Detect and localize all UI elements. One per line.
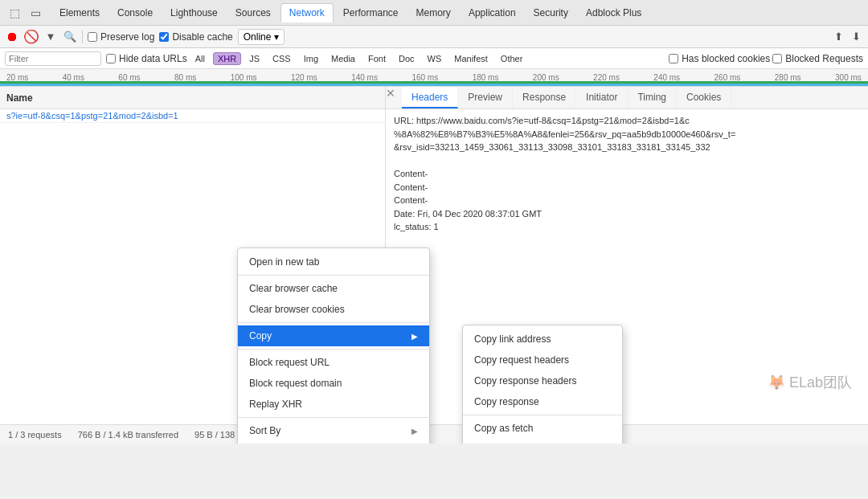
tab-network[interactable]: Network bbox=[280, 3, 334, 22]
timeline-blue-bar bbox=[0, 84, 868, 86]
filter-tag-doc[interactable]: Doc bbox=[394, 52, 420, 65]
url-line-3: &rsv_isid=33213_1459_33061_33113_33098_3… bbox=[394, 141, 860, 154]
timeline-label-140: 140 ms bbox=[351, 73, 378, 82]
submenu-copy-req-headers[interactable]: Copy request headers bbox=[463, 350, 622, 370]
filter-tag-img[interactable]: Img bbox=[299, 52, 323, 65]
throttle-dropdown[interactable]: Online ▾ bbox=[238, 29, 285, 45]
tab-memory[interactable]: Memory bbox=[408, 4, 459, 22]
tab-initiator[interactable]: Initiator bbox=[576, 87, 628, 108]
filter-type-tags: Hide data URLs All XHR JS CSS Img Media … bbox=[106, 52, 527, 65]
request-url: s?ie=utf-8&csq=1&pstg=21&mod=2&isbd=1 bbox=[6, 111, 178, 121]
menu-clear-cookies[interactable]: Clear browser cookies bbox=[238, 299, 429, 320]
submenu-copy-req-headers-label: Copy request headers bbox=[474, 354, 569, 366]
status-line: lc_status: 1 bbox=[394, 220, 860, 234]
submenu-copy-resp-headers[interactable]: Copy response headers bbox=[463, 370, 622, 391]
filter-icon[interactable]: ▼ bbox=[43, 30, 58, 44]
timeline-label-40: 40 ms bbox=[63, 73, 84, 82]
menu-block-url[interactable]: Block request URL bbox=[238, 352, 429, 373]
menu-sort-by-label: Sort By bbox=[249, 425, 280, 436]
name-column-header: Name bbox=[6, 92, 379, 104]
filter-tag-font[interactable]: Font bbox=[363, 52, 391, 65]
export-icon[interactable]: ⬇ bbox=[849, 30, 863, 44]
disable-cache-input[interactable] bbox=[159, 32, 169, 42]
menu-header-options[interactable]: Header Options ▶ bbox=[238, 441, 429, 444]
content-header-3: Content- bbox=[394, 194, 860, 207]
menu-sort-by-arrow: ▶ bbox=[411, 427, 418, 436]
hide-data-urls-checkbox[interactable]: Hide data URLs bbox=[106, 53, 187, 64]
import-icon[interactable]: ⬆ bbox=[831, 30, 845, 44]
import-export-icons: ⬆ ⬇ bbox=[831, 30, 863, 44]
filter-tag-other[interactable]: Other bbox=[496, 52, 528, 65]
device-icon[interactable]: ▭ bbox=[27, 5, 43, 21]
tab-adblock[interactable]: Adblock Plus bbox=[578, 4, 649, 22]
submenu-copy-response[interactable]: Copy response bbox=[463, 391, 622, 412]
tab-console[interactable]: Console bbox=[109, 4, 161, 22]
timeline-label-60: 60 ms bbox=[118, 73, 140, 82]
menu-open-new-tab-label: Open in new tab bbox=[249, 256, 319, 268]
preserve-log-input[interactable] bbox=[88, 32, 97, 42]
menu-open-new-tab[interactable]: Open in new tab bbox=[238, 252, 429, 272]
menu-clear-cookies-label: Clear browser cookies bbox=[249, 304, 345, 315]
filter-tag-media[interactable]: Media bbox=[326, 52, 360, 65]
url-line-1: URL: https://www.baidu.com/s?ie=utf-8&cs… bbox=[394, 114, 860, 128]
filter-tag-css[interactable]: CSS bbox=[268, 52, 296, 65]
blocked-requests-checkbox[interactable]: Blocked Requests bbox=[772, 53, 863, 64]
request-list-item[interactable]: s?ie=utf-8&csq=1&pstg=21&mod=2&isbd=1 bbox=[0, 109, 385, 123]
timeline-label-280: 280 ms bbox=[775, 73, 801, 82]
hide-data-urls-label: Hide data URLs bbox=[119, 53, 187, 64]
throttle-arrow: ▾ bbox=[274, 31, 279, 43]
timeline-label-20: 20 ms bbox=[6, 73, 28, 82]
blocked-cookies-filter: Has blocked cookies Blocked Requests bbox=[669, 53, 863, 64]
submenu-copy-link[interactable]: Copy link address bbox=[463, 329, 622, 350]
tab-preview[interactable]: Preview bbox=[458, 87, 513, 108]
tab-timing[interactable]: Timing bbox=[628, 87, 677, 108]
record-button[interactable]: ⏺ bbox=[5, 30, 19, 44]
tab-performance[interactable]: Performance bbox=[335, 4, 407, 22]
disable-cache-checkbox[interactable]: Disable cache bbox=[159, 31, 232, 43]
search-icon[interactable]: 🔍 bbox=[63, 30, 77, 44]
menu-block-domain[interactable]: Block request domain bbox=[238, 373, 429, 394]
stop-button[interactable]: 🚫 bbox=[24, 30, 39, 44]
timeline-label-200: 200 ms bbox=[533, 73, 559, 82]
has-blocked-cookies-input[interactable] bbox=[669, 54, 678, 63]
submenu-copy-as-fetch[interactable]: Copy as fetch bbox=[463, 418, 622, 439]
tab-sources[interactable]: Sources bbox=[227, 4, 279, 22]
inspect-icon[interactable]: ⬚ bbox=[6, 5, 23, 21]
timeline-label-260: 260 ms bbox=[714, 73, 741, 82]
menu-copy[interactable]: Copy ▶ bbox=[238, 325, 429, 346]
headers-content: URL: https://www.baidu.com/s?ie=utf-8&cs… bbox=[386, 109, 868, 239]
preserve-log-checkbox[interactable]: Preserve log bbox=[88, 31, 154, 43]
menu-sort-by[interactable]: Sort By ▶ bbox=[238, 420, 429, 441]
preserve-log-label: Preserve log bbox=[100, 31, 154, 43]
tab-elements[interactable]: Elements bbox=[51, 4, 108, 22]
tab-lighthouse[interactable]: Lighthouse bbox=[162, 4, 226, 22]
filter-input[interactable] bbox=[5, 51, 101, 66]
submenu-copy-node-fetch[interactable]: Copy as Node.js fetch bbox=[463, 439, 622, 444]
filter-tag-js[interactable]: JS bbox=[244, 52, 264, 65]
menu-block-url-label: Block request URL bbox=[249, 357, 330, 368]
menu-clear-cache[interactable]: Clear browser cache bbox=[238, 278, 429, 299]
tab-response[interactable]: Response bbox=[513, 87, 576, 108]
has-blocked-cookies-checkbox[interactable]: Has blocked cookies bbox=[669, 53, 770, 64]
filter-tag-xhr[interactable]: XHR bbox=[213, 52, 241, 65]
hide-data-urls-input[interactable] bbox=[106, 54, 116, 63]
blocked-requests-input[interactable] bbox=[772, 54, 782, 63]
timeline-label-220: 220 ms bbox=[593, 73, 620, 82]
filter-tag-ws[interactable]: WS bbox=[423, 52, 447, 65]
tab-application[interactable]: Application bbox=[461, 4, 524, 22]
disable-cache-label: Disable cache bbox=[172, 31, 232, 43]
details-panel: ✕ Headers Preview Response Initiator Tim… bbox=[386, 87, 868, 424]
menu-clear-cache-label: Clear browser cache bbox=[249, 283, 338, 294]
tab-headers[interactable]: Headers bbox=[402, 87, 458, 108]
timeline-labels: 20 ms 40 ms 60 ms 80 ms 100 ms 120 ms 14… bbox=[3, 73, 865, 82]
filter-tag-manifest[interactable]: Manifest bbox=[449, 52, 493, 65]
throttle-label: Online bbox=[244, 31, 272, 43]
tab-cookies[interactable]: Cookies bbox=[677, 87, 731, 108]
tab-security[interactable]: Security bbox=[526, 4, 576, 22]
content-header-1: Content- bbox=[394, 167, 860, 181]
date-line: Date: Fri, 04 Dec 2020 08:37:01 GMT bbox=[394, 207, 860, 221]
close-details-button[interactable]: ✕ bbox=[386, 87, 395, 108]
menu-replay-xhr-label: Replay XHR bbox=[249, 399, 302, 410]
filter-tag-all[interactable]: All bbox=[190, 52, 210, 65]
menu-replay-xhr[interactable]: Replay XHR bbox=[238, 394, 429, 415]
